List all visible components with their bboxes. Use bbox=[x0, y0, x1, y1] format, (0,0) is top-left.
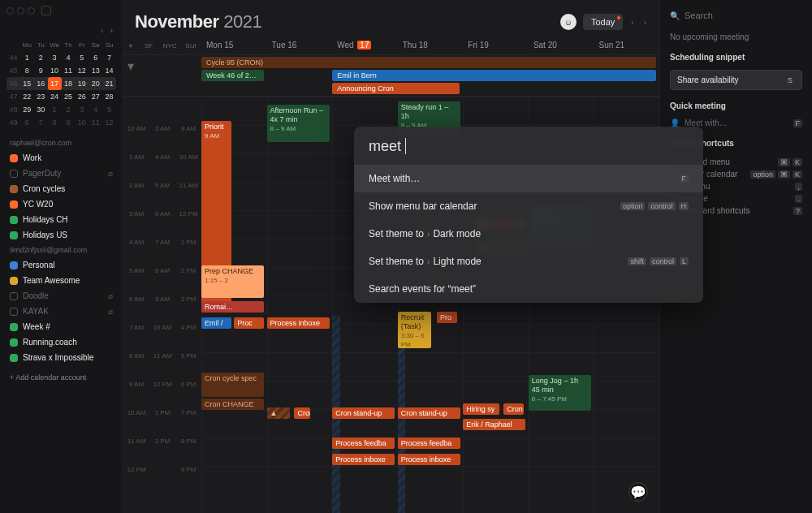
calendar-event[interactable]: Process feedba bbox=[332, 438, 395, 449]
mini-cal-day[interactable]: 26 bbox=[75, 90, 89, 103]
day-column-header[interactable]: Wed 17 bbox=[332, 37, 398, 54]
mini-cal-day[interactable]: 6 bbox=[89, 51, 102, 64]
mini-cal-day[interactable]: 21 bbox=[102, 77, 116, 90]
week-next-icon[interactable]: › bbox=[642, 16, 648, 28]
help-chat-icon[interactable]: 💬 bbox=[628, 482, 648, 502]
mini-cal-day[interactable]: 46 bbox=[6, 77, 20, 90]
command-palette-item[interactable]: Set theme to›Light modeshiftcontrolL bbox=[354, 248, 703, 275]
calendar-event[interactable]: Process inboxe bbox=[332, 454, 395, 465]
mini-cal-day[interactable]: 7 bbox=[34, 116, 48, 129]
calendar-event[interactable]: Pro bbox=[437, 312, 457, 323]
mini-cal-day[interactable]: 44 bbox=[6, 51, 20, 64]
calendar-item[interactable]: Work bbox=[0, 150, 123, 166]
calendar-event[interactable]: Cron stand-up bbox=[332, 407, 395, 419]
mini-cal-day[interactable]: 28 bbox=[102, 90, 116, 103]
mini-calendar[interactable]: MoTuWeThFrSaSu44123456745891011121314461… bbox=[0, 37, 123, 136]
add-timezone-icon[interactable]: + bbox=[123, 37, 138, 54]
command-palette-item[interactable]: Search events for “meet” bbox=[354, 275, 703, 303]
mini-cal-day[interactable]: 12 bbox=[102, 116, 116, 129]
calendar-event[interactable]: Cron CHANGE bbox=[201, 399, 264, 410]
calendar-event[interactable]: Process inboxe bbox=[267, 317, 330, 329]
mini-cal-day[interactable]: 47 bbox=[6, 90, 20, 103]
mini-cal-day[interactable]: 23 bbox=[34, 90, 48, 103]
command-palette-item[interactable]: Set theme to›Dark mode bbox=[354, 220, 703, 248]
allday-event[interactable]: Emil in Bern bbox=[332, 70, 656, 81]
mini-cal-day[interactable]: 17 bbox=[48, 77, 62, 90]
calendar-item[interactable]: Week # bbox=[0, 319, 123, 334]
calendar-event[interactable]: Prep CHANGE1:15 – 2 bbox=[201, 265, 264, 298]
mini-cal-day[interactable]: 2 bbox=[62, 103, 76, 116]
mini-cal-day[interactable]: 9 bbox=[34, 64, 48, 77]
calendar-event[interactable]: Emil / bbox=[201, 317, 231, 329]
calendar-event[interactable]: Long Jog – 1h 45 min6 – 7:45 PM bbox=[529, 375, 591, 411]
mini-cal-day[interactable]: 5 bbox=[75, 51, 89, 64]
mini-cal-day[interactable]: 24 bbox=[48, 90, 62, 103]
mini-cal-day[interactable]: 1 bbox=[20, 51, 34, 64]
command-palette-input[interactable]: meet bbox=[354, 127, 703, 165]
day-column-header[interactable]: Mon 15 bbox=[201, 37, 267, 54]
allday-event[interactable]: Announcing Cron bbox=[332, 83, 460, 94]
mini-cal-day[interactable]: 4 bbox=[89, 103, 102, 116]
mini-cal-day[interactable]: 13 bbox=[89, 64, 102, 77]
mini-cal-day[interactable]: 45 bbox=[6, 64, 20, 77]
mini-cal-day[interactable]: 16 bbox=[34, 77, 48, 90]
mini-cal-day[interactable]: 7 bbox=[102, 51, 116, 64]
calendar-event[interactable]: Cron bbox=[294, 407, 309, 419]
mini-cal-day[interactable]: 12 bbox=[75, 64, 89, 77]
calendar-item[interactable]: YC W20 bbox=[0, 196, 123, 212]
traffic-max-icon[interactable] bbox=[28, 7, 35, 15]
today-button[interactable]: Today bbox=[583, 14, 623, 30]
day-column-header[interactable]: Fri 19 bbox=[463, 37, 529, 54]
calendar-item[interactable]: PagerDuty⌀ bbox=[0, 166, 123, 181]
day-column-header[interactable]: Sat 20 bbox=[529, 37, 594, 54]
calendar-event[interactable]: Hiring sy bbox=[463, 403, 499, 415]
calendar-event[interactable]: Recruit (Task)3:30 – 6 PM bbox=[398, 312, 431, 348]
calendar-event[interactable]: Process inboxe bbox=[398, 454, 460, 465]
calendar-event[interactable]: Proc bbox=[234, 317, 264, 329]
mini-cal-day[interactable]: 25 bbox=[62, 90, 76, 103]
calendar-item[interactable]: Personal bbox=[0, 257, 123, 273]
day-column-header[interactable]: Tue 16 bbox=[267, 37, 333, 54]
day-column-header[interactable]: Thu 18 bbox=[398, 37, 464, 54]
mini-cal-day[interactable]: 5 bbox=[102, 103, 116, 116]
mini-cal-day[interactable]: 30 bbox=[34, 103, 48, 116]
calendar-event[interactable]: ▲ Hiring … bbox=[267, 407, 291, 419]
calendar-event[interactable]: Romai… bbox=[201, 301, 264, 313]
allday-event[interactable]: Week 46 of 2… bbox=[201, 70, 264, 81]
traffic-close-icon[interactable] bbox=[6, 7, 14, 15]
mini-cal-day[interactable]: 3 bbox=[75, 103, 89, 116]
mini-cal-day[interactable]: 11 bbox=[62, 64, 76, 77]
calendar-item[interactable]: Strava x Impossible bbox=[0, 350, 123, 365]
calendar-event[interactable]: Cron cycle spec bbox=[201, 373, 264, 397]
mini-cal-day[interactable]: 22 bbox=[20, 90, 34, 103]
add-calendar-account[interactable]: + Add calendar account bbox=[0, 365, 123, 390]
calendar-event[interactable]: Afternoon Run – 4x 7 min8 – 9 AM bbox=[267, 105, 330, 142]
mini-cal-day[interactable]: 18 bbox=[62, 77, 76, 90]
calendar-event[interactable]: Cron stand-up bbox=[398, 407, 460, 419]
command-palette-item[interactable]: Show menu bar calendaroptioncontrolH bbox=[354, 192, 703, 220]
mini-cal-day[interactable]: 49 bbox=[6, 116, 20, 129]
mini-cal-day[interactable]: 20 bbox=[89, 77, 102, 90]
week-prev-icon[interactable]: ‹ bbox=[629, 16, 635, 28]
mini-cal-day[interactable]: 3 bbox=[48, 51, 62, 64]
mini-cal-day[interactable]: 2 bbox=[34, 51, 48, 64]
calendar-event[interactable]: Process feedba bbox=[398, 438, 460, 449]
command-palette[interactable]: meet Meet with…FShow menu bar calendarop… bbox=[354, 127, 703, 303]
mini-cal-day[interactable]: 27 bbox=[89, 90, 102, 103]
mini-cal-day[interactable]: 8 bbox=[48, 116, 62, 129]
mini-cal-day[interactable]: 48 bbox=[6, 103, 20, 116]
command-palette-item[interactable]: Meet with…F bbox=[354, 165, 703, 192]
mini-cal-day[interactable]: 4 bbox=[62, 51, 76, 64]
calendar-item[interactable]: Cron cycles bbox=[0, 181, 123, 196]
traffic-min-icon[interactable] bbox=[17, 7, 24, 15]
calendar-item[interactable]: Holidays US bbox=[0, 227, 123, 243]
calendar-item[interactable]: Running.coach bbox=[0, 334, 123, 350]
mini-cal-day[interactable]: 6 bbox=[20, 116, 34, 129]
mini-cal-next-icon[interactable]: › bbox=[109, 24, 114, 37]
mini-cal-day[interactable]: 29 bbox=[20, 103, 34, 116]
mini-cal-day[interactable]: 10 bbox=[75, 116, 89, 129]
calendar-item[interactable]: Doodle⌀ bbox=[0, 288, 123, 304]
mini-cal-day[interactable]: 8 bbox=[20, 64, 34, 77]
calendar-event[interactable]: Erik / Raphael bbox=[463, 419, 525, 430]
mini-cal-day[interactable]: 10 bbox=[48, 64, 62, 77]
